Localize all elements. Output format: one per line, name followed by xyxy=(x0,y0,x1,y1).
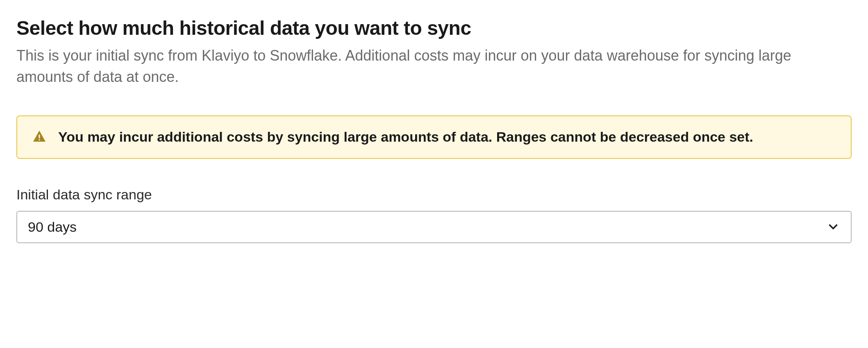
warning-message: You may incur additional costs by syncin… xyxy=(58,128,753,147)
sync-range-value: 90 days xyxy=(28,219,77,235)
svg-rect-1 xyxy=(39,139,40,140)
chevron-down-icon xyxy=(826,220,840,234)
page-description: This is your initial sync from Klaviyo t… xyxy=(16,45,811,88)
warning-icon xyxy=(32,129,47,144)
sync-range-select[interactable]: 90 days xyxy=(16,211,852,243)
page-title: Select how much historical data you want… xyxy=(16,16,852,40)
warning-alert: You may incur additional costs by syncin… xyxy=(16,115,852,159)
sync-range-label: Initial data sync range xyxy=(16,187,852,203)
svg-rect-0 xyxy=(39,135,40,138)
